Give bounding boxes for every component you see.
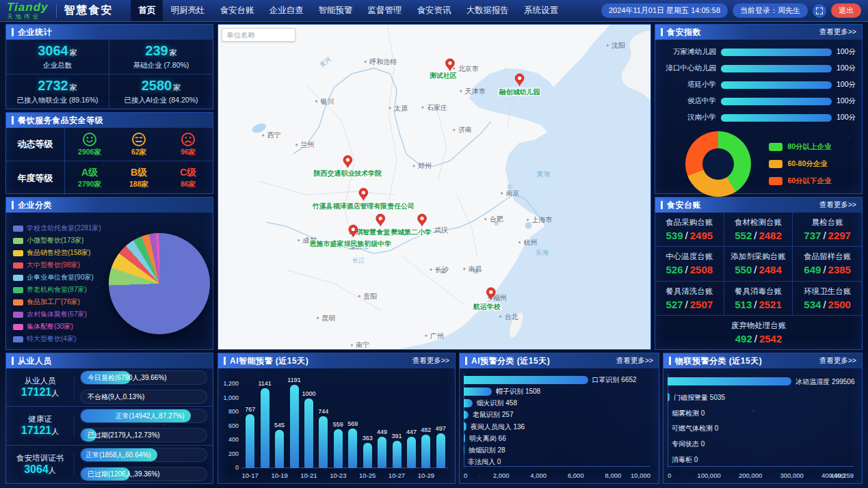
nav-item-5[interactable]: 监督管理 — [360, 0, 409, 21]
ledger-cell-0: 食品采购台账 539/2495 — [655, 213, 724, 247]
city-dot — [365, 61, 367, 63]
view-more-link[interactable]: 查看更多>> — [819, 27, 856, 37]
bar-10-28 — [407, 437, 416, 468]
panel-title: AI预警分类 (近15天) — [465, 355, 550, 367]
school-name: 漳口中心幼儿园 — [661, 64, 721, 73]
school-name: 塔廷小学 — [661, 80, 721, 90]
legend-label: 60分以下企业 — [787, 176, 831, 186]
panel-title: 餐饮服务食品安全等级 — [12, 115, 103, 126]
hbar-3 — [464, 411, 469, 419]
personnel-label: 食安培训证书3064人 — [6, 453, 75, 476]
index-row-1: 漳口中心幼儿园 100分 — [661, 60, 856, 77]
pin-hole — [448, 62, 451, 65]
nav-item-0[interactable]: 首页 — [131, 0, 163, 21]
x-axis-line — [241, 467, 448, 468]
x-axis-label: 10-17 — [238, 472, 263, 479]
nav-item-3[interactable]: 企业自查 — [261, 0, 311, 21]
panel-title: 食安台账 — [661, 200, 701, 211]
x-axis-tick: 4,000 — [530, 472, 547, 479]
nav-item-2[interactable]: 食安台账 — [212, 0, 261, 21]
legend-swatch — [13, 299, 23, 306]
nav-item-6[interactable]: 食安资讯 — [409, 0, 458, 21]
bar-value-label: 545 — [269, 422, 291, 429]
china-map-panel: 黄海东海黄河长江 沈阳呼和浩特北京市天津市银川石家庄太原济南西宁兰州郑州南京合肥… — [218, 24, 651, 350]
category-legend-item-8: 集体配餐(30家) — [13, 322, 109, 331]
hbar-label-7: 非法闯入 0 — [468, 457, 501, 467]
x-axis-tick: 10,000 — [631, 472, 650, 479]
donut-legend-item-0: 80分以上企业 — [769, 142, 831, 152]
school-name: 侯店中学 — [661, 96, 721, 106]
panel-enterprise-stats: 企业统计 3064家 企业总数239家 基础企业 (7.80%)2732家 已接… — [5, 24, 213, 109]
donut-legend: 80分以上企业 60-80分企业 60分以下企业 — [769, 142, 831, 186]
legend-swatch — [13, 238, 23, 244]
city-dot — [315, 100, 317, 103]
hbar-label-2: 烟雾检测 0 — [672, 409, 705, 418]
x-axis-label: 10-19 — [267, 472, 292, 479]
view-more-link[interactable]: 查看更多>> — [616, 356, 653, 366]
city-label-太原: 太原 — [394, 105, 408, 112]
progress-label: 今日晨检(6790人,39.66%) — [88, 371, 167, 384]
city-label-贵阳: 贵阳 — [363, 293, 377, 300]
category-legend-item-4: 企事业单位食堂(90家) — [13, 273, 109, 282]
pin-hole — [420, 217, 423, 220]
map-search-input[interactable] — [222, 28, 295, 42]
city-dot — [499, 316, 501, 318]
city-dot — [501, 192, 503, 194]
legend-label: 农村集体聚餐(67家) — [27, 310, 87, 319]
personnel-rows: 从业人员17121人今日晨检(6790人,39.66%)不合格(9人,0.13%… — [6, 368, 213, 484]
marker-label: 航运学校 — [473, 303, 501, 310]
panel-ai-trend: AI智能预警 (近15天) 查看更多>> 02004006008001,0001… — [218, 353, 456, 484]
progress-bar-2-1: 已过期(1206人,39.36%) — [80, 467, 207, 481]
ledger-cell-1: 食材检测台账 552/2482 — [724, 213, 793, 247]
top-nav-bar: Tiandy 天地伟业 智慧食安 首页明厨亮灶食安台账企业自查智能预警监督管理食… — [0, 0, 868, 22]
progress-label: 已过期(2179人,12.73%) — [88, 429, 160, 442]
hbar-2 — [464, 399, 473, 407]
personnel-row-0: 从业人员17121人今日晨检(6790人,39.66%)不合格(9人,0.13%… — [6, 368, 213, 407]
index-ranking-list: 万家滩幼儿园 100分漳口中心幼儿园 100分塔廷小学 100分侯店中学 100… — [655, 40, 862, 126]
y-axis-tick: 1,200 — [218, 380, 239, 387]
grade-row-items: 2906家 62家 96家 — [65, 128, 213, 161]
donut-legend-item-2: 60分以下企业 — [769, 176, 831, 186]
grade-item-0-0: 2906家 — [65, 128, 114, 161]
y-axis-tick: 200 — [218, 450, 239, 457]
panel-header: 食安指数 查看更多>> — [655, 25, 862, 40]
hbar-0 — [668, 377, 791, 385]
logout-button[interactable]: 退出 — [831, 3, 861, 18]
grade-item-0-2: 96家 — [163, 128, 213, 161]
view-more-link[interactable]: 查看更多>> — [819, 200, 856, 210]
pin-hole — [518, 77, 521, 80]
view-more-link[interactable]: 查看更多>> — [819, 356, 856, 366]
x-axis-tick: 8,000 — [605, 472, 622, 479]
panel-header: 餐饮服务食品安全等级 — [6, 113, 213, 128]
city-dot — [262, 134, 264, 136]
nav-item-1[interactable]: 明厨亮灶 — [163, 0, 212, 21]
x-axis-label: 10-25 — [355, 472, 380, 479]
nav-item-8[interactable]: 系统设置 — [516, 0, 566, 21]
city-label-台北: 台北 — [505, 313, 518, 321]
score-donut-chart — [685, 131, 751, 197]
category-legend-item-2: 食品销售经营(158家) — [13, 248, 109, 258]
panel-header: 食安台账 查看更多>> — [655, 198, 862, 213]
city-label-郑州: 郑州 — [417, 162, 432, 170]
x-axis-tick: 100,000 — [697, 472, 720, 479]
nav-item-4[interactable]: 智能预警 — [311, 0, 360, 21]
city-dot — [425, 334, 427, 336]
city-dot — [298, 239, 300, 241]
datetime-badge: 2024年11月01日 星期五 14:05:58 — [601, 3, 728, 18]
view-more-link[interactable]: 查看更多>> — [412, 356, 449, 366]
panel-header: 企业分类 — [6, 198, 213, 213]
nav-item-7[interactable]: 大数据报告 — [458, 0, 516, 21]
legend-swatch — [13, 287, 23, 293]
score-bar — [721, 65, 832, 72]
pie-legend: 学校含幼托食堂(2281家) 小微型餐饮(173家) 食品销售经营(158家) … — [13, 222, 109, 345]
city-label-天津市: 天津市 — [465, 87, 486, 95]
hbar-1 — [464, 388, 492, 396]
city-label-武汉: 武汉 — [434, 226, 448, 234]
progress-bar-0-0: 今日晨检(6790人,39.66%) — [80, 370, 207, 385]
city-label-石家庄: 石家庄 — [427, 104, 447, 111]
city-dot — [460, 90, 462, 92]
marker-label: 樊城第二小学 — [390, 228, 432, 236]
bar-10-26 — [378, 437, 386, 468]
fullscreen-button[interactable] — [813, 4, 826, 18]
panel-title: 企业统计 — [12, 27, 52, 38]
